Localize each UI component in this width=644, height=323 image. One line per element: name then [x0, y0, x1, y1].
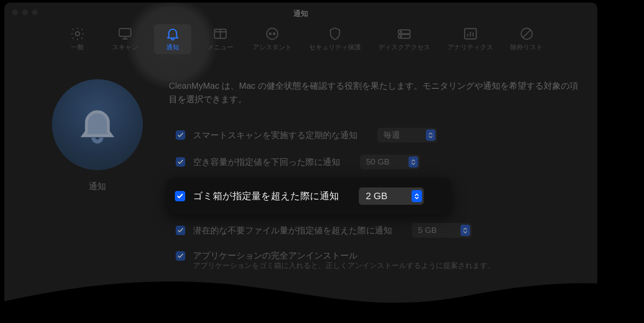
select-low-space[interactable]: 50 GB — [360, 155, 420, 169]
menubar-icon — [213, 26, 228, 42]
preferences-window: 通知 一般 スキャン 通知 メニュー — [4, 3, 597, 323]
checkbox-smart-scan[interactable] — [176, 130, 185, 140]
side-caption: 通知 — [30, 181, 164, 192]
notifications-hero-icon — [52, 79, 143, 170]
row-trash: ゴミ箱が指定量を超えた際に通知 2 GB — [167, 178, 451, 214]
zoom-button[interactable] — [32, 10, 38, 15]
monitor-icon — [117, 26, 133, 42]
toolbar: 一般 スキャン 通知 メニュー アシスタント — [4, 22, 597, 58]
svg-point-0 — [75, 32, 80, 36]
toolbar-scan[interactable]: スキャン — [106, 24, 144, 54]
svg-point-9 — [400, 36, 402, 37]
svg-point-5 — [274, 33, 275, 35]
content: 通知 CleanMyMac は、Mac の健全状態を確認する役割を果たします。モ… — [4, 58, 597, 279]
description-text: CleanMyMac は、Mac の健全状態を確認する役割を果たします。モニタリ… — [169, 79, 580, 106]
disclosure-icon — [412, 190, 422, 202]
ban-icon — [519, 26, 535, 42]
label-trash: ゴミ箱が指定量を超えた際に通知 — [193, 190, 339, 203]
check-icon — [177, 132, 184, 139]
row-junk: 潜在的な不要ファイル量が指定値を超えた際に通知 5 GB — [169, 217, 580, 244]
label-uninstall: アプリケーションの完全アンインストール — [193, 250, 357, 262]
toolbar-menu[interactable]: メニュー — [202, 24, 239, 54]
close-button[interactable] — [12, 10, 18, 15]
checkbox-junk[interactable] — [176, 226, 185, 235]
toolbar-security[interactable]: セキュリティ保護 — [306, 24, 364, 54]
shield-icon — [327, 26, 343, 42]
window-controls — [12, 10, 38, 15]
disk-icon — [396, 26, 412, 42]
select-trash[interactable]: 2 GB — [359, 187, 424, 205]
select-smart-scan[interactable]: 毎週 — [377, 128, 437, 142]
titlebar: 通知 — [4, 3, 597, 22]
chart-icon — [463, 26, 478, 42]
label-junk: 潜在的な不要ファイル量が指定値を超えた際に通知 — [193, 225, 392, 236]
disclosure-icon — [426, 129, 435, 141]
select-value: 50 GB — [366, 157, 390, 167]
minimize-button[interactable] — [22, 10, 28, 15]
toolbar-analytics[interactable]: アナリティクス — [444, 24, 496, 54]
check-icon — [177, 252, 184, 259]
label-low-space: 空き容量が指定値を下回った際に通知 — [193, 156, 340, 168]
svg-point-8 — [400, 31, 402, 32]
checkbox-uninstall[interactable] — [176, 251, 185, 261]
select-value: 5 GB — [418, 226, 437, 235]
select-junk[interactable]: 5 GB — [412, 223, 472, 238]
toolbar-disk-access[interactable]: ディスクアクセス — [375, 24, 434, 54]
toolbar-assistant[interactable]: アシスタント — [249, 24, 295, 54]
row-smart-scan: スマートスキャンを実施する定期的な通知 毎週 — [169, 122, 580, 149]
toolbar-ignore-list[interactable]: 除外リスト — [507, 24, 546, 54]
side-panel: 通知 — [30, 79, 164, 275]
check-icon — [177, 158, 184, 165]
select-value: 2 GB — [366, 191, 387, 202]
label-smart-scan: スマートスキャンを実施する定期的な通知 — [193, 129, 357, 141]
window-title: 通知 — [4, 3, 597, 19]
checkbox-trash[interactable] — [175, 191, 185, 201]
toolbar-general[interactable]: 一般 — [59, 24, 96, 54]
disclosure-icon — [460, 225, 470, 236]
subtext-uninstall: アプリケーションをゴミ箱に入れると、正しくアンインストールするように提案されます… — [169, 261, 580, 275]
disclosure-icon — [409, 156, 418, 168]
bell-icon — [165, 26, 180, 42]
svg-point-4 — [270, 33, 271, 35]
assistant-icon — [264, 26, 280, 42]
checkbox-low-space[interactable] — [176, 157, 185, 167]
select-value: 毎週 — [383, 129, 400, 141]
svg-rect-1 — [119, 29, 131, 36]
svg-point-3 — [267, 28, 278, 39]
toolbar-notifications[interactable]: 通知 — [154, 24, 191, 54]
settings-list: CleanMyMac は、Mac の健全状態を確認する役割を果たします。モニタリ… — [164, 79, 580, 275]
check-icon — [177, 193, 184, 200]
gear-icon — [70, 26, 85, 42]
row-low-space: 空き容量が指定値を下回った際に通知 50 GB — [169, 149, 580, 175]
check-icon — [177, 227, 184, 234]
